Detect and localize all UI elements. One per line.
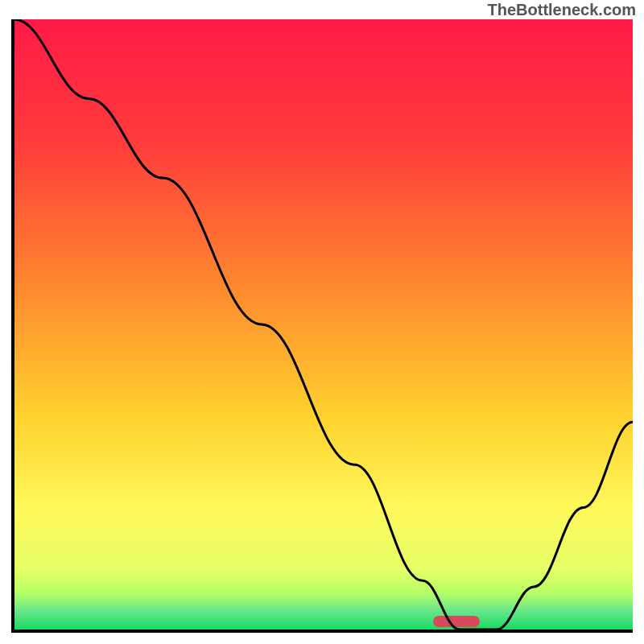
bottleneck-curve (14, 19, 633, 630)
plot-area (11, 19, 633, 633)
watermark-text: TheBottleneck.com (488, 0, 636, 19)
chart-container: TheBottleneck.com (0, 0, 644, 644)
